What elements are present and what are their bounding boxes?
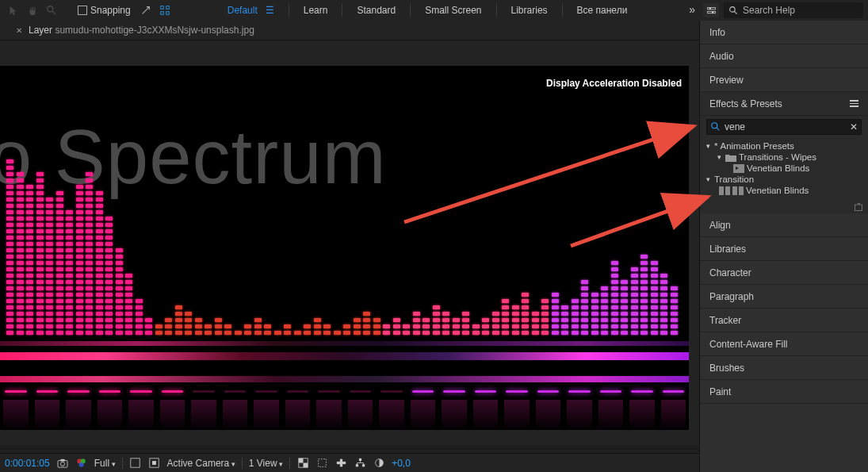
channels-icon[interactable]	[75, 457, 88, 470]
workspace-default[interactable]: Default☰	[213, 0, 289, 21]
svg-rect-22	[318, 459, 326, 467]
workspace-small-screen[interactable]: Small Screen	[411, 0, 495, 21]
svg-point-17	[78, 462, 83, 466]
clear-search-icon[interactable]: ✕	[850, 121, 858, 132]
workspace-all-panels[interactable]: Все панели	[563, 0, 642, 21]
snapshot-icon[interactable]	[56, 457, 69, 470]
panel-audio[interactable]: Audio	[700, 44, 868, 68]
search-icon	[728, 6, 739, 16]
keyboard-strip	[0, 341, 689, 346]
tree-transitions-wipes[interactable]: ▾ Transitions - Wipes	[700, 152, 868, 163]
zoom-tool-icon[interactable]	[43, 3, 60, 17]
selection-tool-icon[interactable]	[5, 3, 22, 17]
keyboard-strip	[0, 376, 689, 382]
tree-animation-presets[interactable]: ▾* Animation Presets	[700, 140, 868, 152]
svg-rect-27	[362, 464, 365, 466]
workspace-switcher: Default☰ Learn Standard Small Screen Lib…	[213, 0, 642, 21]
snapping-toggle[interactable]: Snapping	[78, 5, 131, 16]
timecode[interactable]: 0:00:01:05	[5, 458, 50, 469]
effect-icon	[732, 186, 744, 195]
svg-rect-25	[359, 459, 361, 461]
svg-rect-6	[707, 7, 715, 9]
timeline-nav-icon[interactable]	[335, 457, 347, 470]
effect-icon	[719, 186, 730, 195]
display-acceleration-msg: Display Acceleration Disabled	[546, 78, 682, 89]
svg-rect-3	[166, 6, 169, 10]
camera-dropdown[interactable]: Active Camera	[167, 458, 235, 469]
panel-libraries[interactable]: Libraries	[700, 237, 868, 261]
more-workspaces-icon[interactable]: »	[689, 3, 695, 16]
panel-character[interactable]: Character	[700, 261, 868, 285]
svg-rect-7	[707, 11, 715, 13]
settings-icon[interactable]	[703, 3, 719, 17]
layer-title-text: dio Spectrum	[0, 113, 387, 201]
mask-icon[interactable]	[148, 457, 161, 470]
composition-viewer: Display Acceleration Disabled dio Spectr…	[0, 40, 699, 445]
panel-paint[interactable]: Paint	[700, 380, 868, 404]
workspace-standard[interactable]: Standard	[342, 0, 410, 21]
tree-transition[interactable]: ▾ Transition	[700, 174, 868, 185]
panel-effects-presets-header[interactable]: Effects & Presets	[700, 92, 868, 116]
keyboard-keys	[0, 382, 689, 430]
svg-rect-4	[160, 12, 163, 15]
toggle-transparent-icon[interactable]	[296, 457, 309, 470]
grid-icon[interactable]	[129, 457, 142, 470]
workspace-learn[interactable]: Learn	[289, 0, 342, 21]
search-help-input[interactable]	[743, 5, 854, 16]
tree-venetian-blinds-effect[interactable]: Venetian Blinds	[700, 185, 868, 196]
keyboard-strip	[0, 352, 689, 360]
views-dropdown[interactable]: 1 View	[249, 458, 283, 469]
exposure-icon[interactable]	[373, 457, 385, 470]
layer-tab-strip: ✕ Layer sumudu-mohottige-J3cXXMsNsjw-uns…	[0, 21, 699, 40]
svg-rect-2	[160, 6, 163, 10]
panel-brushes[interactable]: Brushes	[700, 356, 868, 380]
folder-icon	[725, 153, 736, 162]
viewer-control-bar: 0:00:01:05 Full Active Camera 1 View +0,…	[0, 453, 699, 472]
svg-rect-14	[60, 459, 64, 461]
workspace-libraries[interactable]: Libraries	[497, 0, 562, 21]
svg-rect-35	[739, 186, 744, 195]
effects-tree: ▾* Animation Presets ▾ Transitions - Wip…	[700, 138, 868, 201]
snapping-label: Snapping	[90, 5, 131, 16]
preset-icon	[733, 164, 744, 173]
svg-rect-5	[166, 12, 169, 15]
panel-menu-icon[interactable]	[850, 100, 858, 107]
tree-venetian-blinds-preset[interactable]: Venetian Blinds	[700, 163, 868, 174]
svg-rect-33	[725, 186, 730, 195]
svg-rect-26	[355, 464, 358, 466]
panel-content-aware-fill[interactable]: Content-Aware Fill	[700, 332, 868, 356]
right-panel-column: Info Audio Preview Effects & Presets ✕ ▾…	[699, 21, 868, 472]
region-icon[interactable]	[315, 457, 328, 470]
workspace-options-icon[interactable]: ☰	[266, 5, 274, 16]
exposure-value[interactable]: +0,0	[392, 458, 411, 469]
effects-search-input[interactable]	[725, 121, 847, 132]
search-icon	[710, 121, 721, 132]
magnification-dropdown[interactable]: Full	[94, 458, 116, 469]
svg-point-13	[60, 462, 64, 466]
panel-info[interactable]: Info	[700, 21, 868, 44]
svg-point-9	[711, 11, 713, 13]
snapping-checkbox-icon	[78, 6, 87, 15]
svg-point-29	[712, 123, 717, 129]
svg-rect-18	[131, 459, 140, 467]
panel-paragraph[interactable]: Paragraph	[700, 285, 868, 309]
panel-tracker[interactable]: Tracker	[700, 309, 868, 332]
snap-option-icon-2[interactable]	[156, 3, 174, 17]
flowchart-icon[interactable]	[354, 457, 366, 470]
svg-rect-31	[733, 164, 744, 173]
panel-align[interactable]: Align	[700, 213, 868, 237]
effects-panel-footer	[700, 201, 868, 213]
svg-rect-34	[732, 186, 737, 195]
layer-tab[interactable]: Layer sumudu-mohottige-J3cXXMsNsjw-unspl…	[29, 25, 254, 36]
panel-preview[interactable]: Preview	[700, 68, 868, 92]
search-help-box[interactable]	[724, 2, 863, 18]
svg-rect-24	[340, 459, 342, 467]
svg-point-0	[48, 6, 53, 12]
snap-option-icon-1[interactable]	[137, 3, 155, 17]
effects-search-box[interactable]: ✕	[706, 119, 862, 135]
svg-line-30	[717, 128, 720, 131]
new-bin-icon[interactable]	[854, 202, 863, 212]
hand-tool-icon[interactable]	[24, 3, 41, 17]
close-tab-icon[interactable]: ✕	[16, 26, 22, 35]
svg-rect-32	[719, 186, 724, 195]
